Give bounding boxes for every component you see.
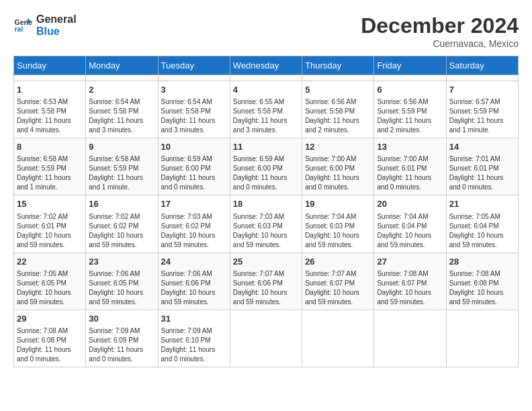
header-friday: Friday — [374, 56, 446, 75]
day-cell — [230, 310, 302, 367]
day-info: Sunrise: 6:57 AMSunset: 5:59 PMDaylight:… — [449, 97, 515, 135]
day-info: Sunrise: 7:09 AMSunset: 6:10 PMDaylight:… — [161, 326, 227, 364]
day-cell: 3Sunrise: 6:54 AMSunset: 5:58 PMDaylight… — [158, 81, 230, 138]
day-cell: 8Sunrise: 6:58 AMSunset: 5:59 PMDaylight… — [14, 138, 86, 195]
day-number: 12 — [305, 141, 371, 153]
day-number: 28 — [449, 256, 515, 268]
day-number: 2 — [89, 84, 154, 96]
day-cell — [86, 75, 158, 81]
day-cell: 4Sunrise: 6:55 AMSunset: 5:58 PMDaylight… — [230, 81, 302, 138]
header-monday: Monday — [86, 56, 158, 75]
week-row-3: 15Sunrise: 7:02 AMSunset: 6:01 PMDayligh… — [14, 195, 519, 253]
day-info: Sunrise: 7:07 AMSunset: 6:07 PMDaylight:… — [305, 269, 371, 307]
day-cell: 27Sunrise: 7:08 AMSunset: 6:07 PMDayligh… — [374, 253, 446, 310]
day-number: 6 — [377, 84, 443, 96]
header-thursday: Thursday — [302, 56, 374, 75]
day-cell: 29Sunrise: 7:08 AMSunset: 6:08 PMDayligh… — [14, 310, 86, 367]
day-number: 31 — [161, 313, 227, 325]
day-number: 1 — [17, 84, 83, 96]
day-info: Sunrise: 7:09 AMSunset: 6:09 PMDaylight:… — [89, 326, 154, 364]
day-cell — [374, 310, 446, 367]
day-number: 24 — [161, 256, 227, 268]
day-info: Sunrise: 6:53 AMSunset: 5:58 PMDaylight:… — [17, 97, 83, 135]
day-number: 8 — [17, 141, 83, 153]
day-cell: 9Sunrise: 6:58 AMSunset: 5:59 PMDaylight… — [86, 138, 158, 195]
day-number: 27 — [377, 256, 443, 268]
day-cell — [230, 75, 302, 81]
day-cell: 21Sunrise: 7:05 AMSunset: 6:04 PMDayligh… — [446, 195, 518, 253]
day-cell: 7Sunrise: 6:57 AMSunset: 5:59 PMDaylight… — [446, 81, 518, 138]
calendar-table: SundayMondayTuesdayWednesdayThursdayFrid… — [13, 56, 519, 367]
day-cell: 20Sunrise: 7:04 AMSunset: 6:04 PMDayligh… — [374, 195, 446, 253]
day-cell: 18Sunrise: 7:03 AMSunset: 6:03 PMDayligh… — [230, 195, 302, 253]
day-info: Sunrise: 7:08 AMSunset: 6:07 PMDaylight:… — [377, 269, 443, 307]
day-number: 10 — [161, 141, 227, 153]
day-number: 22 — [17, 256, 83, 268]
day-info: Sunrise: 7:05 AMSunset: 6:04 PMDaylight:… — [449, 212, 515, 250]
day-info: Sunrise: 6:54 AMSunset: 5:58 PMDaylight:… — [161, 97, 227, 135]
day-info: Sunrise: 6:59 AMSunset: 6:00 PMDaylight:… — [233, 154, 299, 192]
day-info: Sunrise: 7:08 AMSunset: 6:08 PMDaylight:… — [449, 269, 515, 307]
day-info: Sunrise: 7:08 AMSunset: 6:08 PMDaylight:… — [17, 326, 83, 364]
day-info: Sunrise: 6:58 AMSunset: 5:59 PMDaylight:… — [89, 154, 154, 192]
day-cell: 1Sunrise: 6:53 AMSunset: 5:58 PMDaylight… — [14, 81, 86, 138]
day-info: Sunrise: 7:07 AMSunset: 6:06 PMDaylight:… — [233, 269, 299, 307]
day-number: 17 — [161, 198, 227, 210]
day-cell: 26Sunrise: 7:07 AMSunset: 6:07 PMDayligh… — [302, 253, 374, 310]
day-info: Sunrise: 7:00 AMSunset: 6:01 PMDaylight:… — [377, 154, 443, 192]
day-info: Sunrise: 7:03 AMSunset: 6:03 PMDaylight:… — [233, 212, 299, 250]
page-header: Gene ral General Blue December 2024 Cuer… — [13, 13, 519, 49]
day-number: 30 — [89, 313, 154, 325]
day-number: 4 — [233, 84, 299, 96]
header-sunday: Sunday — [14, 56, 86, 75]
week-row-0 — [14, 75, 519, 81]
location: Cuernavaca, Mexico — [361, 38, 519, 49]
day-number: 5 — [305, 84, 371, 96]
day-cell — [446, 75, 518, 81]
day-cell: 15Sunrise: 7:02 AMSunset: 6:01 PMDayligh… — [14, 195, 86, 253]
day-number: 18 — [233, 198, 299, 210]
day-cell: 6Sunrise: 6:56 AMSunset: 5:59 PMDaylight… — [374, 81, 446, 138]
day-number: 15 — [17, 198, 83, 210]
day-number: 9 — [89, 141, 154, 153]
day-cell — [446, 310, 518, 367]
day-info: Sunrise: 6:56 AMSunset: 5:58 PMDaylight:… — [305, 97, 371, 135]
week-row-4: 22Sunrise: 7:05 AMSunset: 6:05 PMDayligh… — [14, 253, 519, 310]
day-cell — [158, 75, 230, 81]
day-cell — [302, 75, 374, 81]
day-info: Sunrise: 7:06 AMSunset: 6:06 PMDaylight:… — [161, 269, 227, 307]
day-info: Sunrise: 6:58 AMSunset: 5:59 PMDaylight:… — [17, 154, 83, 192]
day-info: Sunrise: 7:04 AMSunset: 6:04 PMDaylight:… — [377, 212, 443, 250]
day-cell: 24Sunrise: 7:06 AMSunset: 6:06 PMDayligh… — [158, 253, 230, 310]
month-title: December 2024 — [361, 13, 519, 38]
day-number: 14 — [449, 141, 515, 153]
day-number: 19 — [305, 198, 371, 210]
day-info: Sunrise: 7:00 AMSunset: 6:00 PMDaylight:… — [305, 154, 371, 192]
day-info: Sunrise: 6:54 AMSunset: 5:58 PMDaylight:… — [89, 97, 154, 135]
day-info: Sunrise: 7:04 AMSunset: 6:03 PMDaylight:… — [305, 212, 371, 250]
day-number: 16 — [89, 198, 154, 210]
day-number: 7 — [449, 84, 515, 96]
day-cell: 23Sunrise: 7:06 AMSunset: 6:05 PMDayligh… — [86, 253, 158, 310]
day-cell: 25Sunrise: 7:07 AMSunset: 6:06 PMDayligh… — [230, 253, 302, 310]
day-number: 26 — [305, 256, 371, 268]
day-cell: 30Sunrise: 7:09 AMSunset: 6:09 PMDayligh… — [86, 310, 158, 367]
day-info: Sunrise: 6:55 AMSunset: 5:58 PMDaylight:… — [233, 97, 299, 135]
week-row-1: 1Sunrise: 6:53 AMSunset: 5:58 PMDaylight… — [14, 81, 519, 138]
day-info: Sunrise: 7:02 AMSunset: 6:01 PMDaylight:… — [17, 212, 83, 250]
title-block: December 2024 Cuernavaca, Mexico — [361, 13, 519, 49]
header-wednesday: Wednesday — [230, 56, 302, 75]
day-cell: 11Sunrise: 6:59 AMSunset: 6:00 PMDayligh… — [230, 138, 302, 195]
logo-icon: Gene ral — [13, 15, 34, 36]
svg-text:ral: ral — [15, 25, 24, 33]
week-row-5: 29Sunrise: 7:08 AMSunset: 6:08 PMDayligh… — [14, 310, 519, 367]
day-cell: 17Sunrise: 7:03 AMSunset: 6:02 PMDayligh… — [158, 195, 230, 253]
day-number: 13 — [377, 141, 443, 153]
day-info: Sunrise: 7:02 AMSunset: 6:02 PMDaylight:… — [89, 212, 154, 250]
day-cell: 28Sunrise: 7:08 AMSunset: 6:08 PMDayligh… — [446, 253, 518, 310]
day-info: Sunrise: 7:06 AMSunset: 6:05 PMDaylight:… — [89, 269, 154, 307]
week-row-2: 8Sunrise: 6:58 AMSunset: 5:59 PMDaylight… — [14, 138, 519, 195]
day-cell: 14Sunrise: 7:01 AMSunset: 6:01 PMDayligh… — [446, 138, 518, 195]
day-number: 20 — [377, 198, 443, 210]
day-number: 21 — [449, 198, 515, 210]
